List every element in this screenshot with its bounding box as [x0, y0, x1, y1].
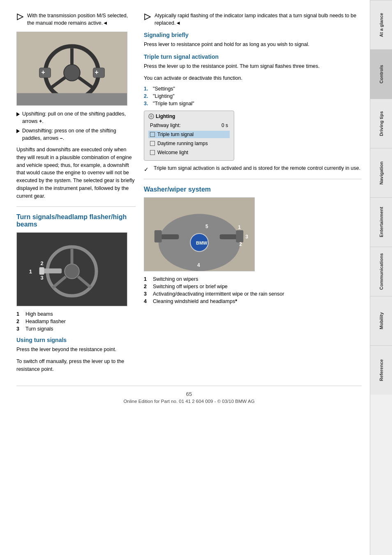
bulb-note-text: Atypically rapid flashing of the indicat… — [154, 12, 362, 27]
svg-text:2: 2 — [239, 241, 242, 247]
bullet-triangle-2 — [16, 129, 20, 133]
upshift-text: Upshifting: pull on one of the shifting … — [22, 111, 136, 125]
tab-mobility[interactable]: Mobility — [370, 296, 392, 345]
side-tabs: At a glance Controls Driving tips Naviga… — [370, 0, 392, 555]
tab-at-a-glance[interactable]: At a glance — [370, 0, 392, 49]
using-turn-text1: Press the lever beyond the resistance po… — [16, 346, 136, 354]
headlamp-numbered-list: 1 High beams 2 Headlamp flasher 3 Turn s… — [16, 311, 136, 332]
wiper-item-1: 1 Switching on wipers — [144, 276, 362, 282]
welcome-row: Welcome light — [148, 149, 230, 156]
svg-text:1: 1 — [29, 268, 32, 275]
daytime-checkbox — [150, 141, 155, 146]
using-turn-signals-heading: Using turn signals — [16, 337, 136, 343]
triple-item-1: 1. "Settings" — [144, 86, 362, 92]
svg-text:+: + — [42, 69, 45, 76]
tab-communications[interactable]: Communications — [370, 247, 392, 296]
using-turn-text2: To switch off manually, press the lever … — [16, 358, 136, 373]
lighting-menu: Lighting Pathway light: 0 s Triple turn … — [144, 111, 234, 161]
headlamp-item-1: 1 High beams — [16, 311, 136, 317]
svg-marker-0 — [17, 14, 23, 20]
headlamp-image: 1 2 3 — [16, 232, 127, 306]
svg-text:3: 3 — [41, 275, 44, 281]
svg-rect-31 — [236, 230, 243, 243]
svg-point-14 — [65, 264, 79, 279]
tab-entertainment[interactable]: Entertainment — [370, 197, 392, 247]
wiper-item-4-text: Cleaning windshield and headlamps* — [153, 298, 237, 304]
triple-item-3: 3. "Triple turn signal" — [144, 101, 362, 106]
svg-text:3: 3 — [245, 234, 248, 240]
welcome-checkbox — [150, 150, 155, 155]
svg-text:5: 5 — [205, 224, 208, 229]
headlamp-svg: 1 2 3 — [17, 232, 127, 306]
signaling-briefly-text: Press lever to resistance point and hold… — [144, 41, 362, 49]
svg-text:1: 1 — [238, 224, 241, 230]
svg-text:4: 4 — [197, 262, 200, 268]
section-divider — [16, 206, 136, 207]
activation-note-text: Triple turn signal activation is activat… — [154, 165, 360, 172]
tab-controls[interactable]: Controls — [370, 49, 392, 99]
washer-wiper-heading: Washer/wiper system — [144, 186, 362, 193]
turn-signals-heading: Turn signals/headlamp flasher/high beams — [16, 213, 136, 228]
triple-turn-text2: You can activate or deactivate this func… — [144, 74, 362, 82]
page-footer: 65 Online Edition for Part no. 01 41 2 6… — [16, 386, 362, 407]
activation-note: ✓ Triple turn signal activation is activ… — [144, 165, 362, 172]
tab-navigation[interactable]: Navigation — [370, 148, 392, 197]
triple-item-2: 2. "Lighting" — [144, 93, 362, 99]
svg-point-25 — [150, 115, 152, 118]
triple-turn-row: Triple turn signal — [148, 131, 230, 138]
bullet-item-downshift: Downshifting: press on one of the shifti… — [16, 127, 136, 142]
wiper-item-3: 3 Activating/deactivating intermittent w… — [144, 291, 362, 297]
bullet-triangle-1 — [16, 112, 20, 116]
copyright-text: Online Edition for Part no. 01 41 2 604 … — [16, 399, 362, 404]
downshift-text: Downshifting: press on one of the shifti… — [22, 127, 136, 142]
svg-text:BMW: BMW — [196, 240, 208, 245]
page-number: 65 — [16, 391, 362, 397]
tab-driving-tips[interactable]: Driving tips — [370, 99, 392, 148]
svg-rect-19 — [39, 267, 44, 275]
triple-turn-text1: Press the lever up to the resistance poi… — [144, 62, 362, 70]
wiper-item-4: 4 Cleaning windshield and headlamps* — [144, 298, 362, 304]
checkmark-icon: ✓ — [144, 166, 151, 171]
svg-text:+: + — [95, 69, 99, 76]
headlamp-item-3: 3 Turn signals — [16, 326, 136, 332]
wiper-svg: 1 2 3 4 5 BMW — [144, 197, 254, 271]
wiper-numbered-list: 1 Switching on wipers 2 Switching off wi… — [144, 276, 362, 304]
triple-turn-numbered-list: 1. "Settings" 2. "Lighting" 3. "Triple t… — [144, 86, 362, 106]
svg-rect-18 — [42, 268, 62, 273]
bulb-note: Atypically rapid flashing of the indicat… — [144, 12, 362, 27]
steering-wheel-svg: + + — [17, 32, 127, 106]
triple-turn-checkbox — [150, 132, 155, 137]
triple-turn-heading: Triple turn signal activation — [144, 53, 362, 60]
svg-point-3 — [64, 65, 80, 81]
svg-text:2: 2 — [41, 260, 44, 266]
svg-marker-23 — [145, 14, 150, 20]
bullet-list: Upshifting: pull on one of the shifting … — [16, 111, 136, 142]
svg-rect-11 — [17, 93, 127, 106]
transmission-note: With the transmission position M/S selec… — [16, 12, 136, 27]
headlamp-item-2: 2 Headlamp flasher — [16, 319, 136, 324]
tab-reference[interactable]: Reference — [370, 345, 392, 395]
svg-rect-36 — [154, 230, 162, 243]
steering-wheel-image: + + — [16, 32, 127, 106]
signaling-briefly-heading: Signaling briefly — [144, 32, 362, 38]
pathway-row: Pathway light: 0 s — [148, 122, 230, 129]
lighting-icon — [148, 113, 154, 119]
wiper-image: 1 2 3 4 5 BMW — [144, 197, 255, 271]
wiper-item-2: 2 Switching off wipers or brief wipe — [144, 284, 362, 289]
bullet-item-upshift: Upshifting: pull on one of the shifting … — [16, 111, 136, 125]
triangle-icon-2 — [144, 13, 151, 21]
triangle-icon — [16, 13, 24, 21]
lighting-menu-title: Lighting — [148, 113, 230, 119]
transmission-note-text: With the transmission position M/S selec… — [27, 12, 136, 27]
daytime-row: Daytime running lamps — [148, 140, 230, 147]
right-divider — [144, 179, 362, 179]
upshift-body-text: Upshifts and downshifts are executed onl… — [16, 146, 136, 200]
